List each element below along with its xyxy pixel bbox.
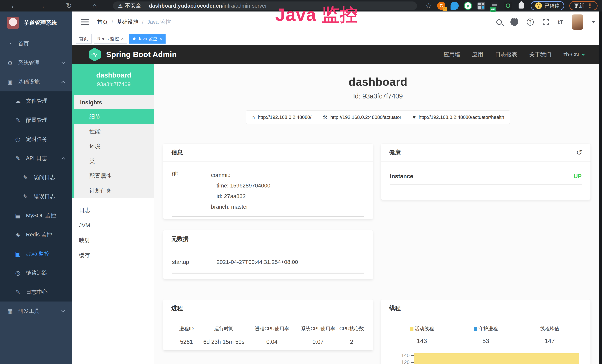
extension-icon-switch[interactable]: on — [491, 2, 499, 10]
sba-item-classes[interactable]: 类 — [74, 154, 154, 169]
active-dot — [133, 37, 136, 40]
sba-item-config-props[interactable]: 配置属性 — [74, 169, 154, 183]
instance-name: dashboard — [96, 71, 131, 79]
github-icon[interactable] — [510, 18, 518, 26]
sba-item-metrics[interactable]: 性能 — [74, 124, 154, 139]
sba-nav-journal[interactable]: 日志报表 — [495, 51, 517, 58]
sidebar-item-error-log[interactable]: ✎ 错误日志 — [0, 187, 72, 206]
legend-swatch-blue — [474, 327, 477, 331]
threads-chart: 140 120 100 — [390, 351, 582, 364]
close-icon[interactable]: × — [160, 36, 162, 41]
url-host: dashboard.yudao.iocoder.cn — [149, 3, 222, 9]
instance-title: dashboard — [154, 75, 602, 88]
scrollbar[interactable] — [599, 11, 602, 364]
health-url-button[interactable]: ♥ http://192.168.0.2:48080/actuator/heal… — [407, 110, 510, 124]
app-title: 芋道管理系统 — [24, 19, 57, 27]
service-url-button[interactable]: ⌂ http://192.168.0.2:48080/ — [246, 110, 317, 124]
health-instance-row[interactable]: Instance UP — [390, 170, 582, 180]
sba-brand-title[interactable]: Spring Boot Admin — [106, 50, 177, 59]
close-icon[interactable]: × — [121, 36, 124, 41]
sba-item-environment[interactable]: 环境 — [74, 139, 154, 154]
breadcrumb-infra[interactable]: 基础设施 — [117, 18, 138, 26]
info-card: 信息 git commit: time: 1596289704000 id: 2… — [163, 144, 373, 219]
sba-item-logs[interactable]: 日志 — [72, 203, 154, 218]
sba-nav-wallboard[interactable]: 应用墙 — [443, 51, 460, 58]
sidebar-item-home[interactable]: ◔ 首页 — [0, 34, 72, 53]
sidebar-item-config[interactable]: ✎ 配置管理 — [0, 110, 72, 130]
sidebar-item-log-center[interactable]: ✎ 日志中心 — [0, 282, 72, 301]
y-tick-label: 120 — [390, 360, 409, 364]
extension-icon-green-lens[interactable] — [504, 2, 512, 10]
bookmark-star-icon[interactable]: ☆ — [425, 0, 432, 11]
search-icon[interactable] — [496, 19, 502, 25]
monitor-icon: ▣ — [13, 250, 22, 257]
tab-redis-monitor[interactable]: Redis 监控 × — [94, 34, 127, 43]
tags-view: 首页 Redis 监控 × Java 监控 × — [72, 32, 602, 45]
sba-item-scheduled-tasks[interactable]: 计划任务 — [74, 183, 154, 198]
sidebar-item-system[interactable]: ⚙ 系统管理 — [0, 53, 72, 72]
row-divider — [172, 273, 364, 274]
clock-icon: ◷ — [13, 136, 22, 143]
font-size-icon[interactable]: tT — [558, 19, 563, 25]
sba-nav-about[interactable]: 关于我们 — [529, 51, 551, 58]
sidebar-collapse-icon[interactable] — [81, 18, 89, 26]
extension-icon-grid[interactable] — [477, 2, 485, 10]
tab-java-monitor[interactable]: Java 监控 × — [129, 34, 166, 43]
sidebar-item-trace[interactable]: ◎ 链路追踪 — [0, 263, 72, 282]
briefcase-icon: ▦ — [6, 308, 14, 315]
health-card-header: 健康 ↺ — [381, 144, 591, 161]
sba-nav: 应用墙 应用 日志报表 关于我们 zh-CN — [443, 51, 602, 58]
legend-peak-threads: 线程峰值 — [540, 325, 559, 332]
security-label[interactable]: 不安全 — [125, 2, 141, 10]
sba-content: dashboard Id: 93a3fc7f7409 ⌂ http://192.… — [154, 64, 602, 364]
avatar-caret-icon[interactable] — [592, 21, 595, 23]
help-icon[interactable]: ? — [527, 19, 534, 26]
sidebar-item-job[interactable]: ◷ 定时任务 — [0, 130, 72, 149]
user-avatar[interactable] — [572, 14, 583, 30]
extension-icon-y[interactable]: y — [464, 2, 472, 10]
extension-icon-orange[interactable]: C 1 — [437, 2, 445, 10]
browser-home-icon[interactable]: ⌂ — [93, 0, 97, 11]
tab-home[interactable]: 首页 — [76, 34, 92, 43]
spring-boot-admin-logo[interactable] — [89, 48, 101, 61]
paused-extension-pill[interactable]: 已暂停 — [531, 1, 564, 11]
fullscreen-icon[interactable] — [542, 19, 549, 26]
cell-process-cpu: 0.04 — [247, 339, 297, 345]
breadcrumb-home[interactable]: 首页 — [97, 18, 108, 26]
sidebar-item-infra[interactable]: ▣ 基础设施 — [0, 72, 72, 91]
sba-locale-select[interactable]: zh-CN — [563, 51, 584, 58]
peak-threads-value: 147 — [518, 337, 582, 344]
browser-menu-icon[interactable]: ⋮ — [587, 2, 593, 9]
sba-instance-box[interactable]: dashboard 93a3fc7f7409 — [72, 64, 154, 95]
sba-item-mappings[interactable]: 映射 — [72, 233, 154, 248]
sidebar-item-mysql[interactable]: ▤ MySQL 监控 — [0, 206, 72, 225]
chevron-up-icon — [61, 81, 65, 85]
sidebar-item-redis[interactable]: ◈ Redis 监控 — [0, 225, 72, 244]
history-icon[interactable]: ↺ — [576, 148, 582, 157]
row-divider — [172, 216, 364, 217]
browser-update-button[interactable]: 更新 ⋮ — [569, 1, 598, 11]
extensions-puzzle-icon[interactable] — [517, 2, 526, 10]
sidebar-item-dev-tools[interactable]: ▦ 研发工具 — [0, 301, 72, 321]
app-logo-row[interactable]: 芋道管理系统 — [0, 11, 72, 34]
sba-item-caches[interactable]: 缓存 — [72, 248, 154, 263]
sba-item-jvm[interactable]: JVM — [72, 218, 154, 233]
browser-back-icon[interactable]: ← — [10, 0, 18, 11]
browser-reload-icon[interactable]: ↻ — [66, 0, 72, 11]
threads-card: 线程 活动线程 143 守护进程 — [381, 300, 591, 364]
sidebar-item-file[interactable]: ☁ 文件管理 — [0, 91, 72, 110]
browser-forward-icon[interactable]: → — [38, 0, 45, 11]
sidebar-item-java-monitor[interactable]: ▣ Java 监控 — [0, 244, 72, 263]
cloud-icon: ☁ — [13, 97, 22, 105]
process-card: 进程 进程ID 运行时间 进程CPU使用率 系统CPU使用率 CPU核心数 52… — [163, 300, 373, 350]
extension-icon-pin[interactable] — [451, 2, 459, 10]
not-secure-warning-icon: ⚠ — [118, 3, 123, 9]
sba-nav-applications[interactable]: 应用 — [472, 51, 483, 58]
actuator-url-button[interactable]: ⚒ http://192.168.0.2:48080/actuator — [317, 110, 407, 124]
sba-item-details[interactable]: 细节 — [74, 109, 154, 124]
sidebar-item-api-log[interactable]: ✎ API 日志 — [0, 149, 72, 168]
sidebar-item-access-log[interactable]: ✎ 访问日志 — [0, 168, 72, 187]
address-bar[interactable]: ⚠ 不安全 dashboard.yudao.iocoder.cn /infra/… — [113, 1, 417, 10]
info-card-header: 信息 — [163, 144, 373, 161]
edit-icon: ✎ — [13, 117, 22, 124]
